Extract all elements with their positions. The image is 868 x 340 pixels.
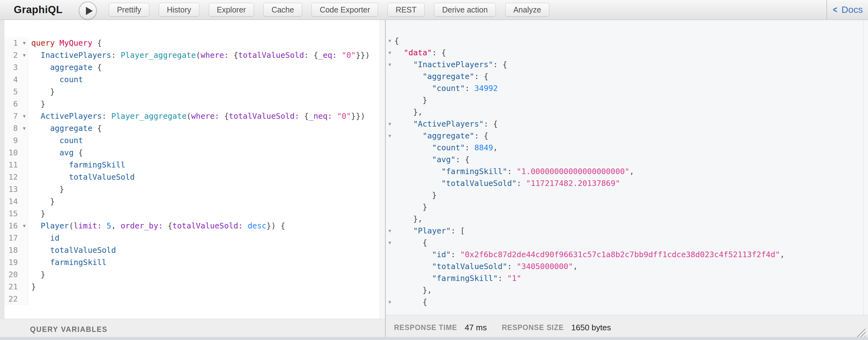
code-token <box>394 119 413 128</box>
query-line-code[interactable]: ActivePlayers: Player_aggregate(where: {… <box>28 110 365 122</box>
line-number: 21 <box>8 281 18 293</box>
fold-arrow-icon[interactable]: ▼ <box>22 37 27 49</box>
toolbar-button-derive-action[interactable]: Derive action <box>434 3 496 17</box>
fold-arrow-icon[interactable]: ▼ <box>388 225 392 237</box>
line-number: 11 <box>8 159 18 171</box>
docs-button[interactable]: < Docs <box>827 0 868 20</box>
query-line: 20 } <box>0 269 379 281</box>
fold-arrow-icon[interactable]: ▼ <box>22 49 27 61</box>
query-editor[interactable]: 1▼query MyQuery {2▼ InactivePlayers: Pla… <box>0 20 379 319</box>
code-token: : { <box>474 131 488 140</box>
fold-arrow-icon[interactable]: ▼ <box>388 296 392 308</box>
code-token: , <box>780 250 784 259</box>
line-number: 2 <box>13 49 18 61</box>
query-line-code[interactable]: aggregate { <box>28 122 102 134</box>
code-token: { <box>299 112 309 121</box>
code-token: "farmingSkill" <box>441 167 507 176</box>
fold-arrow-icon[interactable]: ▼ <box>22 220 27 232</box>
query-line-code[interactable]: count <box>28 73 83 86</box>
code-token <box>31 124 50 133</box>
result-line: "farmingSkill": "1" <box>386 273 868 284</box>
query-line-code[interactable]: farmingSkill <box>28 256 106 269</box>
result-line-code: }, <box>394 213 423 225</box>
code-token: } <box>394 96 427 105</box>
line-number: 16 <box>8 220 18 232</box>
code-token: "0" <box>342 51 355 60</box>
query-line: 2▼ InactivePlayers: Player_aggregate(whe… <box>0 49 379 61</box>
query-line: 12 totalValueSold <box>0 171 379 183</box>
query-line-code[interactable]: avg { <box>28 147 83 159</box>
result-line-code: }, <box>394 106 423 118</box>
code-token: totalValueSold: <box>173 221 243 230</box>
fold-arrow-icon[interactable]: ▼ <box>388 237 392 249</box>
fold-arrow-icon[interactable]: ▼ <box>388 130 392 142</box>
query-line-code[interactable]: farmingSkill <box>28 159 125 171</box>
resize-grip-icon[interactable] <box>854 326 866 338</box>
code-token <box>337 51 342 60</box>
fold-arrow-icon[interactable]: ▼ <box>388 35 392 47</box>
query-line-code[interactable] <box>28 293 31 305</box>
toolbar: GraphiQL PrettifyHistoryExplorerCacheCod… <box>0 0 868 20</box>
query-line-code[interactable]: totalValueSold <box>28 244 116 256</box>
toolbar-button-explorer[interactable]: Explorer <box>209 3 254 17</box>
line-number: 15 <box>8 208 18 220</box>
execute-query-button[interactable] <box>79 2 97 20</box>
code-token: "totalValueSold" <box>432 262 507 271</box>
code-token <box>31 173 69 182</box>
query-line-code[interactable]: query MyQuery { <box>28 37 102 49</box>
toolbar-button-analyze[interactable]: Analyze <box>505 3 549 17</box>
code-token: { <box>73 148 83 157</box>
code-token <box>394 60 413 69</box>
toolbar-button-history[interactable]: History <box>159 3 199 17</box>
query-line-code[interactable]: } <box>28 183 64 195</box>
result-line-code: "InactivePlayers": { <box>394 59 507 71</box>
result-line-gutter <box>386 178 394 189</box>
fold-arrow-icon[interactable]: ▼ <box>388 118 392 130</box>
query-line-code[interactable]: } <box>28 195 55 208</box>
query-line-code[interactable]: } <box>28 86 55 98</box>
query-line-code[interactable]: Player(limit: 5, order_by: {totalValueSo… <box>28 220 285 232</box>
query-line-code[interactable]: } <box>28 269 45 281</box>
fold-arrow-icon[interactable]: ▼ <box>22 110 27 122</box>
result-line-code: "ActivePlayers": { <box>394 118 498 130</box>
query-line-code[interactable]: count <box>28 134 83 147</box>
result-line: "aggregate": { <box>386 71 868 83</box>
code-token: InactivePlayers <box>41 51 111 60</box>
query-line-code[interactable]: aggregate { <box>28 61 102 73</box>
query-line: 8▼ aggregate { <box>0 122 379 134</box>
query-variables-title: QUERY VARIABLES <box>30 325 107 334</box>
query-line: 11 farmingSkill <box>0 159 379 171</box>
code-token <box>31 136 59 145</box>
code-token: avg <box>59 148 73 157</box>
code-token: { <box>394 298 427 307</box>
code-token: "117217482.20137869" <box>526 179 620 188</box>
code-token: : { <box>484 119 498 128</box>
result-line-code: } <box>394 201 427 213</box>
fold-arrow-icon[interactable]: ▼ <box>388 47 392 59</box>
code-token: : <box>465 143 474 152</box>
line-number: 7 <box>13 110 18 122</box>
query-line-code[interactable]: id <box>28 232 59 244</box>
fold-arrow-icon[interactable]: ▼ <box>22 122 27 134</box>
editor-scrollbar-track[interactable] <box>379 20 385 319</box>
result-line-gutter <box>386 166 394 178</box>
toolbar-button-cache[interactable]: Cache <box>264 3 302 17</box>
query-line: 17 id <box>0 232 379 244</box>
result-right-edge <box>863 20 864 315</box>
code-token: : <box>102 112 111 121</box>
query-line-code[interactable]: totalValueSold <box>28 171 135 183</box>
query-line-code[interactable]: } <box>28 98 45 110</box>
toolbar-button-rest[interactable]: REST <box>388 3 425 17</box>
query-line: 3 aggregate { <box>0 61 379 73</box>
query-line-code[interactable]: } <box>28 281 36 293</box>
code-token: }}) <box>356 51 370 60</box>
code-token: } <box>394 203 427 212</box>
query-line: 18 totalValueSold <box>0 244 379 256</box>
toolbar-button-code-exporter[interactable]: Code Exporter <box>312 3 378 17</box>
toolbar-button-prettify[interactable]: Prettify <box>109 3 149 17</box>
query-line-code[interactable]: InactivePlayers: Player_aggregate(where:… <box>28 49 370 61</box>
fold-arrow-icon[interactable]: ▼ <box>388 59 392 71</box>
query-line-code[interactable]: } <box>28 208 45 220</box>
code-token: count <box>59 136 83 145</box>
code-token: } <box>31 282 36 291</box>
